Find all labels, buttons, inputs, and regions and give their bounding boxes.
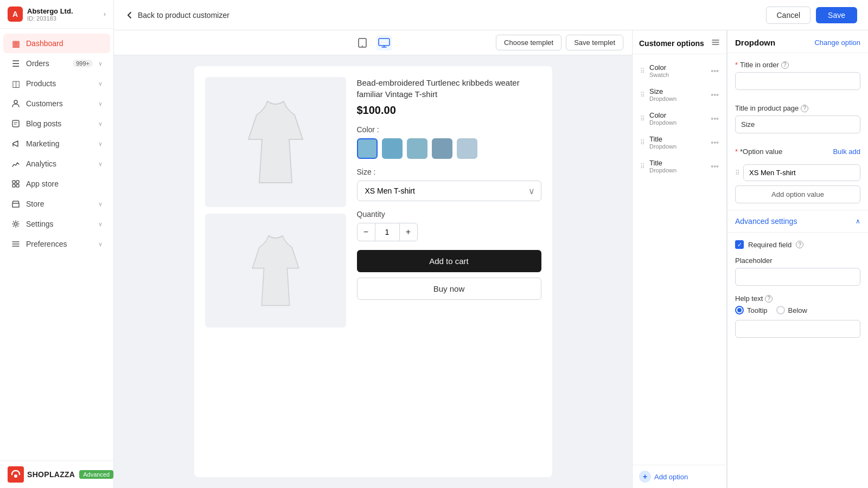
color-swatch-5[interactable]	[457, 138, 477, 159]
preview-toolbar: Choose templet Save templet	[114, 30, 632, 55]
option-item-title-dropdown-1[interactable]: ⠿ Title Dropdown •••	[635, 131, 724, 154]
sidebar-item-store[interactable]: Store ∨	[3, 194, 110, 214]
color-swatch-1[interactable]	[357, 138, 378, 159]
topbar: Back to product customizer Cancel Save	[114, 0, 868, 30]
required-field-checkbox[interactable]	[735, 240, 744, 249]
option-item-color-dropdown[interactable]: ⠿ Color Dropdown •••	[635, 107, 724, 130]
tablet-icon[interactable]	[355, 35, 370, 50]
save-button[interactable]: Save	[816, 7, 857, 23]
orders-chevron-icon: ∨	[98, 60, 103, 67]
back-button[interactable]: Back to product customizer	[125, 7, 229, 23]
add-option-value-button[interactable]: Add option value	[735, 185, 860, 203]
sidebar-item-marketing[interactable]: Marketing ∨	[3, 134, 110, 153]
title-in-product-input[interactable]	[735, 115, 860, 133]
quantity-value: 1	[375, 223, 399, 241]
bulk-add-link[interactable]: Bulk add	[833, 147, 860, 156]
title-in-order-help-icon[interactable]: ?	[781, 61, 789, 69]
drag-handle-icon[interactable]: ⠿	[640, 91, 645, 99]
add-to-cart-button[interactable]: Add to cart	[357, 250, 541, 272]
option-more-icon[interactable]: •••	[711, 138, 719, 147]
drag-handle-icon[interactable]: ⠿	[640, 163, 645, 170]
sidebar-item-products[interactable]: ◫ Products ∨	[3, 74, 110, 93]
sidebar-item-label: Blog posts	[26, 119, 93, 128]
sidebar-item-settings[interactable]: Settings ∨	[3, 214, 110, 234]
change-option-link[interactable]: Change option	[814, 38, 860, 47]
option-value-input[interactable]	[743, 164, 860, 181]
quantity-decrease-button[interactable]: −	[357, 223, 375, 241]
color-swatch-4[interactable]	[432, 138, 452, 159]
sidebar-item-label: Products	[26, 79, 93, 88]
sidebar-item-label: Analytics	[26, 159, 93, 168]
color-swatch-2[interactable]	[382, 138, 403, 159]
dress-illustration-2	[243, 224, 308, 317]
add-option-label: Add option	[654, 473, 688, 481]
svg-rect-10	[379, 38, 390, 46]
advanced-badge: Advanced	[79, 470, 113, 479]
option-name: Title	[649, 159, 706, 167]
sidebar-nav: ▦ Dashboard ☰ Orders 999+ ∨ ◫ Products ∨…	[0, 29, 113, 460]
option-more-icon[interactable]: •••	[711, 114, 719, 123]
product-card: Bead-embroidered Turtlenec kribbeds weat…	[194, 66, 552, 477]
customer-options-panel: Customer options ⠿ Color Swatch ••• ⠿	[632, 30, 727, 488]
option-item-size-dropdown[interactable]: ⠿ Size Dropdown •••	[635, 83, 724, 106]
option-item-color-swatch[interactable]: ⠿ Color Swatch •••	[635, 59, 724, 82]
help-text-input[interactable]	[735, 320, 860, 338]
brand-section[interactable]: A Abstergo Ltd. ID: 203183 ›	[0, 0, 113, 29]
sidebar-item-analytics[interactable]: Analytics ∨	[3, 154, 110, 174]
below-radio[interactable]: Below	[776, 306, 807, 314]
option-more-icon[interactable]: •••	[711, 91, 719, 99]
options-menu-icon[interactable]	[711, 38, 720, 48]
choose-templet-button[interactable]: Choose templet	[496, 35, 561, 50]
title-in-product-help-icon[interactable]: ?	[801, 105, 808, 112]
svg-point-0	[14, 100, 17, 104]
required-field-help-icon[interactable]: ?	[796, 241, 803, 248]
add-option-button[interactable]: + Add option	[633, 465, 726, 488]
advanced-settings-header[interactable]: Advanced settings ∧	[727, 210, 868, 233]
sidebar-item-label: App store	[26, 179, 103, 188]
option-value-drag-icon[interactable]: ⠿	[735, 169, 740, 177]
sidebar-item-app-store[interactable]: App store	[3, 174, 110, 194]
brand-expand-icon[interactable]: ›	[104, 10, 106, 18]
drag-handle-icon[interactable]: ⠿	[640, 67, 645, 75]
desktop-icon[interactable]	[376, 35, 392, 50]
placeholder-input[interactable]	[735, 268, 860, 286]
option-more-icon[interactable]: •••	[711, 67, 719, 75]
sidebar-item-label: Orders	[26, 59, 67, 68]
svg-rect-3	[16, 181, 19, 183]
sidebar-item-preferences[interactable]: Preferences ∨	[3, 234, 110, 254]
option-type: Swatch	[649, 72, 706, 78]
option-item-title-dropdown-2[interactable]: ⠿ Title Dropdown •••	[635, 155, 724, 178]
option-more-icon[interactable]: •••	[711, 162, 719, 171]
brand-id: ID: 203183	[27, 15, 99, 22]
title-in-order-label: * Title in order ?	[735, 61, 860, 69]
color-swatch-3[interactable]	[407, 138, 427, 159]
content-body: Choose templet Save templet	[114, 30, 868, 488]
title-in-order-section: * Title in order ?	[727, 53, 868, 97]
help-text-help-icon[interactable]: ?	[765, 295, 773, 303]
drag-handle-icon[interactable]: ⠿	[640, 139, 645, 146]
sidebar-item-customers[interactable]: Customers ∨	[3, 94, 110, 113]
orders-badge: 999+	[73, 60, 93, 67]
store-icon	[11, 199, 21, 209]
analytics-chevron-icon: ∨	[98, 160, 103, 168]
svg-point-8	[14, 474, 17, 478]
svg-point-6	[15, 223, 17, 226]
advanced-settings-title: Advanced settings	[735, 217, 797, 226]
size-select[interactable]: XS Men T-shirt	[357, 181, 541, 201]
sidebar-item-orders[interactable]: ☰ Orders 999+ ∨	[3, 54, 110, 73]
advanced-settings-content: Required field ? Placeholder Help text ?	[727, 233, 868, 344]
sidebar-item-blog-posts[interactable]: Blog posts ∨	[3, 114, 110, 133]
tooltip-radio[interactable]: Tooltip	[735, 306, 768, 314]
options-list: ⠿ Color Swatch ••• ⠿ Size Dropdown •••	[633, 54, 726, 465]
quantity-increase-button[interactable]: +	[399, 223, 418, 241]
save-templet-button[interactable]: Save templet	[566, 35, 623, 50]
drag-handle-icon[interactable]: ⠿	[640, 115, 645, 123]
title-in-order-input[interactable]	[735, 72, 860, 90]
sidebar-item-dashboard[interactable]: ▦ Dashboard	[3, 34, 110, 53]
option-type: Dropdown	[649, 143, 706, 150]
topbar-actions: Cancel Save	[766, 7, 857, 24]
buy-now-button[interactable]: Buy now	[357, 278, 541, 300]
size-select-wrapper: XS Men T-shirt ∨	[357, 181, 541, 201]
cancel-button[interactable]: Cancel	[766, 7, 810, 24]
sidebar-item-label: Customers	[26, 99, 93, 108]
